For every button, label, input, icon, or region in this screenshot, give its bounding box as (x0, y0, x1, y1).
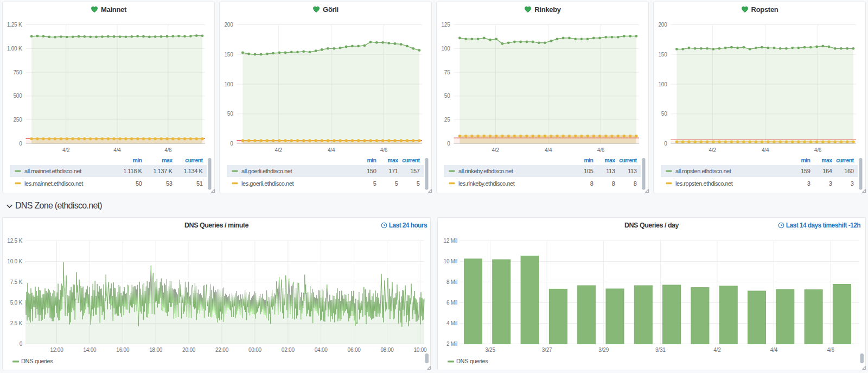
svg-text:1.137 K: 1.137 K (153, 168, 173, 174)
svg-text:2.5 K: 2.5 K (10, 320, 23, 326)
svg-text:1.00 K: 1.00 K (7, 46, 22, 52)
svg-text:4/4: 4/4 (545, 147, 552, 153)
svg-text:10:00: 10:00 (413, 347, 427, 353)
svg-text:4/6: 4/6 (380, 147, 388, 153)
svg-text:1.118 K: 1.118 K (123, 168, 142, 174)
svg-text:200: 200 (658, 22, 667, 28)
svg-text:750: 750 (13, 69, 22, 75)
svg-text:500: 500 (13, 93, 22, 99)
svg-text:current: current (836, 157, 854, 163)
svg-text:157: 157 (410, 168, 419, 174)
svg-text:3/29: 3/29 (598, 347, 609, 353)
svg-text:les.goerli.ethdisco.net: les.goerli.ethdisco.net (241, 180, 293, 187)
svg-text:current: current (619, 157, 637, 163)
svg-text:4/6: 4/6 (814, 147, 822, 153)
svg-text:8: 8 (612, 180, 615, 187)
svg-text:150: 150 (367, 168, 376, 174)
svg-text:113: 113 (628, 168, 637, 174)
svg-text:8: 8 (590, 180, 593, 187)
svg-text:50: 50 (661, 111, 667, 117)
svg-text:164: 164 (822, 168, 832, 174)
svg-text:0: 0 (19, 141, 22, 147)
svg-text:75: 75 (444, 69, 450, 75)
svg-text:3/25: 3/25 (485, 347, 495, 353)
svg-text:160: 160 (844, 168, 853, 174)
svg-text:all.ropsten.ethdisco.net: all.ropsten.ethdisco.net (675, 168, 731, 174)
svg-text:5.0 K: 5.0 K (10, 300, 23, 306)
svg-text:113: 113 (606, 168, 615, 174)
svg-text:00:00: 00:00 (248, 347, 262, 353)
svg-text:8 Mil: 8 Mil (446, 279, 457, 285)
svg-text:3: 3 (851, 180, 854, 187)
svg-text:2 Mil: 2 Mil (446, 341, 457, 347)
svg-text:max: max (821, 157, 832, 163)
svg-text:4/4: 4/4 (113, 147, 121, 153)
svg-text:8: 8 (634, 180, 637, 187)
svg-text:min: min (132, 157, 142, 163)
svg-text:0: 0 (664, 141, 667, 147)
svg-text:4/2: 4/2 (492, 147, 500, 153)
svg-text:3/27: 3/27 (542, 347, 552, 353)
svg-text:16:00: 16:00 (116, 347, 130, 353)
svg-text:1.25 K: 1.25 K (7, 22, 22, 28)
svg-text:10.0 K: 10.0 K (7, 258, 22, 264)
svg-text:0: 0 (447, 141, 450, 147)
svg-text:100: 100 (224, 81, 233, 87)
svg-text:100: 100 (658, 81, 667, 87)
svg-text:4/6: 4/6 (827, 347, 834, 353)
svg-text:18:00: 18:00 (149, 347, 163, 353)
svg-text:3: 3 (829, 180, 832, 187)
svg-text:all.rinkeby.ethdisco.net: all.rinkeby.ethdisco.net (458, 168, 513, 174)
svg-text:5: 5 (373, 180, 376, 187)
svg-text:4/2: 4/2 (709, 147, 717, 153)
svg-text:3: 3 (807, 180, 810, 187)
svg-text:max: max (162, 157, 173, 163)
svg-text:53: 53 (166, 180, 173, 187)
svg-text:200: 200 (224, 22, 233, 28)
svg-text:150: 150 (224, 52, 233, 58)
svg-text:50: 50 (227, 111, 233, 117)
svg-text:159: 159 (801, 168, 810, 174)
svg-text:250: 250 (13, 117, 22, 123)
svg-text:min: min (584, 157, 593, 163)
svg-text:50: 50 (136, 180, 142, 187)
svg-text:current: current (402, 157, 420, 163)
svg-text:4/4: 4/4 (762, 147, 769, 153)
svg-text:0: 0 (20, 341, 23, 347)
svg-text:6 Mil: 6 Mil (446, 300, 457, 306)
svg-text:5: 5 (417, 180, 420, 187)
svg-text:12:00: 12:00 (50, 347, 63, 353)
svg-text:3/31: 3/31 (655, 347, 666, 353)
svg-text:4/2: 4/2 (62, 147, 70, 153)
svg-text:12.5 K: 12.5 K (7, 238, 22, 244)
svg-text:0: 0 (230, 141, 233, 147)
svg-text:02:00: 02:00 (282, 347, 295, 353)
svg-text:max: max (387, 157, 398, 163)
svg-text:7.5 K: 7.5 K (10, 279, 23, 285)
svg-text:4/4: 4/4 (770, 347, 778, 353)
svg-text:06:00: 06:00 (348, 347, 361, 353)
svg-text:4/6: 4/6 (597, 147, 605, 153)
svg-text:all.mainnet.ethdisco.net: all.mainnet.ethdisco.net (24, 168, 81, 174)
svg-text:10 Mil: 10 Mil (444, 258, 457, 264)
svg-text:25: 25 (444, 117, 450, 123)
svg-text:171: 171 (388, 168, 398, 174)
svg-text:min: min (801, 157, 810, 163)
svg-text:4 Mil: 4 Mil (446, 320, 457, 326)
svg-text:DNS queries: DNS queries (456, 358, 488, 364)
svg-text:20:00: 20:00 (182, 347, 196, 353)
svg-text:les.rinkeby.ethdisco.net: les.rinkeby.ethdisco.net (458, 180, 515, 187)
svg-text:4/4: 4/4 (328, 147, 335, 153)
svg-text:min: min (367, 157, 376, 163)
svg-text:4/2: 4/2 (275, 147, 283, 153)
svg-text:5: 5 (395, 180, 398, 187)
svg-text:les.ropsten.ethdisco.net: les.ropsten.ethdisco.net (675, 180, 733, 187)
svg-text:1.134 K: 1.134 K (183, 168, 203, 174)
svg-text:DNS queries: DNS queries (21, 358, 53, 364)
svg-text:125: 125 (441, 22, 450, 28)
svg-text:150: 150 (658, 52, 667, 58)
svg-text:22:00: 22:00 (215, 347, 229, 353)
svg-text:4/6: 4/6 (164, 147, 172, 153)
svg-text:100: 100 (441, 46, 450, 52)
svg-text:12 Mil: 12 Mil (444, 238, 457, 244)
